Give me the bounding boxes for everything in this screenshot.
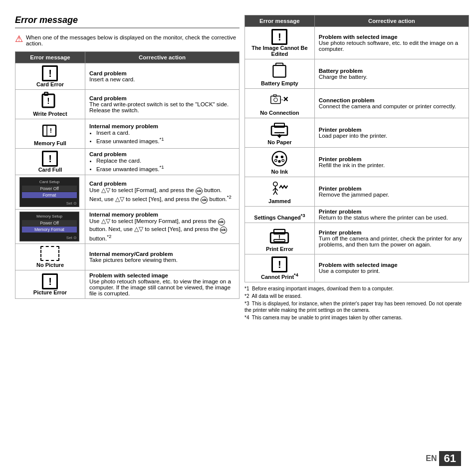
- left-column: Error message ⚠ When one of the messages…: [15, 15, 239, 322]
- no-ink-icon: [270, 150, 288, 168]
- action-title: Printer problem: [319, 230, 362, 236]
- error-cell: ! Print Error: [245, 223, 315, 254]
- error-cell: Cannot Print*4: [245, 254, 315, 282]
- table-row: No Ink Printer problem Refill the ink in…: [245, 148, 469, 177]
- screenshot-row: Power Off: [22, 186, 77, 192]
- action-title: Card problem: [89, 151, 127, 157]
- error-cell: Jammed: [245, 177, 315, 207]
- action-text: Take pictures before viewing them.: [89, 257, 178, 263]
- svg-point-19: [281, 156, 283, 158]
- action-text: Use photo retouch software, etc. to view…: [89, 278, 231, 296]
- ok-button-symbol: ok: [201, 197, 208, 204]
- left-error-table: Error message Corrective action Card Err…: [15, 51, 239, 299]
- svg-text:!: !: [278, 234, 280, 241]
- page-number: 61: [439, 451, 461, 466]
- battery-empty-icon: [270, 61, 288, 79]
- svg-point-17: [272, 152, 287, 166]
- screenshot-title: Card Setup: [22, 180, 77, 184]
- svg-point-10: [274, 98, 278, 102]
- action-title: Printer problem: [319, 156, 362, 162]
- action-title: Card problem: [89, 70, 127, 76]
- error-cell: No Picture: [15, 244, 85, 270]
- action-cell: Internal memory/Card problem Take pictur…: [85, 244, 239, 270]
- error-cell: No Paper: [245, 118, 315, 148]
- action-title: Internal memory problem: [89, 212, 158, 218]
- screenshot-set: Set ⊙: [66, 201, 77, 206]
- table-row: No Connection Connection problem Connect…: [245, 89, 469, 118]
- error-cell: Card Full: [15, 149, 85, 175]
- action-cell: Internal memory problem Use △▽ to select…: [85, 210, 239, 244]
- action-title: Problem with selected image: [319, 34, 398, 40]
- exclaim-icon: [271, 256, 287, 272]
- action-cell: Problem with selected image Use photo re…: [85, 270, 239, 299]
- action-text: Charge the battery.: [319, 74, 368, 80]
- table-row: ! Print Error Printer problem Turn off t…: [245, 223, 469, 254]
- action-title: Card problem: [89, 95, 127, 101]
- error-label: Card Full: [19, 167, 81, 173]
- action-cell: Internal memory problem Insert a card. E…: [85, 119, 239, 149]
- memory-full-icon: !: [41, 121, 59, 139]
- svg-rect-8: [271, 96, 281, 104]
- action-text: Use △▽ to select [Format], and press the…: [89, 187, 232, 203]
- table-row: Battery Empty Battery problem Charge the…: [245, 59, 469, 89]
- error-label: Jammed: [249, 198, 310, 204]
- error-label: The Image Cannot Be Edited: [249, 45, 310, 57]
- no-connection-icon: [270, 91, 288, 109]
- action-text: Insert a new card.: [89, 76, 135, 82]
- action-cell: Card problem The card write-protect swit…: [85, 90, 239, 119]
- svg-line-27: [273, 192, 275, 195]
- write-protect-icon: !: [41, 92, 59, 110]
- action-cell: Card problem Replace the card. Erase unw…: [85, 149, 239, 175]
- action-text: Return to the status where the printer c…: [319, 215, 448, 221]
- list-item: Replace the card.: [96, 158, 235, 164]
- right-column: Error message Corrective action The Imag…: [244, 15, 469, 322]
- no-paper-icon: [270, 120, 288, 138]
- table-row: Card Error Card problem Insert a new car…: [15, 63, 239, 90]
- error-cell: ! Write Protect: [15, 90, 85, 119]
- error-cell: ! Memory Full: [15, 119, 85, 149]
- action-title: Battery problem: [319, 68, 363, 74]
- warning-icon: ⚠: [15, 33, 23, 44]
- intro-text: ⚠ When one of the messages below is disp…: [15, 34, 239, 46]
- action-text: Use a computer to print.: [319, 268, 380, 274]
- error-cell: Card Error: [15, 63, 85, 90]
- action-text: Refill the ink in the printer.: [319, 162, 385, 168]
- svg-point-18: [275, 156, 278, 158]
- action-title: Printer problem: [319, 209, 362, 215]
- exclaim-icon: [42, 273, 58, 289]
- table-row: No Paper Printer problem Load paper into…: [245, 118, 469, 148]
- error-cell: The Image Cannot Be Edited: [245, 27, 315, 59]
- table-row: ! Write Protect Card problem The card wr…: [15, 90, 239, 119]
- svg-rect-7: [273, 65, 286, 77]
- error-label: Battery Empty: [249, 80, 310, 86]
- error-cell: Battery Empty: [245, 59, 315, 89]
- table-row: Jammed Printer problem Remove the jammed…: [245, 177, 469, 207]
- action-cell: Printer problem Return to the status whe…: [314, 207, 469, 223]
- table-row: ! Memory Full Internal memory problem In…: [15, 119, 239, 149]
- list-item: Erase unwanted images.*1: [96, 164, 235, 172]
- error-label: Settings Changed*3: [249, 213, 310, 221]
- error-cell: Card Setup Power Off Format Set ⊙: [15, 175, 85, 210]
- action-cell: Printer problem Load paper into the prin…: [314, 118, 469, 148]
- ok-button-symbol: ok: [218, 219, 225, 226]
- list-item: Erase unwanted images.*1: [96, 136, 235, 144]
- error-label: No Connection: [249, 110, 310, 116]
- error-label: Write Protect: [19, 111, 81, 117]
- action-cell: Card problem Insert a new card.: [85, 63, 239, 90]
- action-title: Internal memory problem: [89, 123, 158, 129]
- table-row: Memory Setup Power Off Memory Format Set…: [15, 210, 239, 244]
- svg-text:!: !: [50, 127, 52, 134]
- svg-point-20: [278, 160, 281, 163]
- footnote-2: *2 All data will be erased.: [244, 293, 469, 299]
- page-title: Error message: [15, 15, 239, 28]
- action-text: Connect the camera and computer or print…: [319, 103, 456, 109]
- page: Error message ⚠ When one of the messages…: [0, 0, 476, 476]
- action-cell: Printer problem Refill the ink in the pr…: [314, 148, 469, 177]
- screenshot-set: Set ⊙: [66, 236, 77, 240]
- error-label: No Picture: [19, 262, 81, 268]
- action-cell: Printer problem Remove the jammed paper.: [314, 177, 469, 207]
- action-title: Internal memory/Card problem: [89, 251, 173, 257]
- memory-setup-screenshot: Memory Setup Power Off Memory Format Set…: [19, 212, 79, 241]
- ok-button-symbol: ok: [196, 188, 203, 195]
- svg-rect-9: [273, 95, 276, 97]
